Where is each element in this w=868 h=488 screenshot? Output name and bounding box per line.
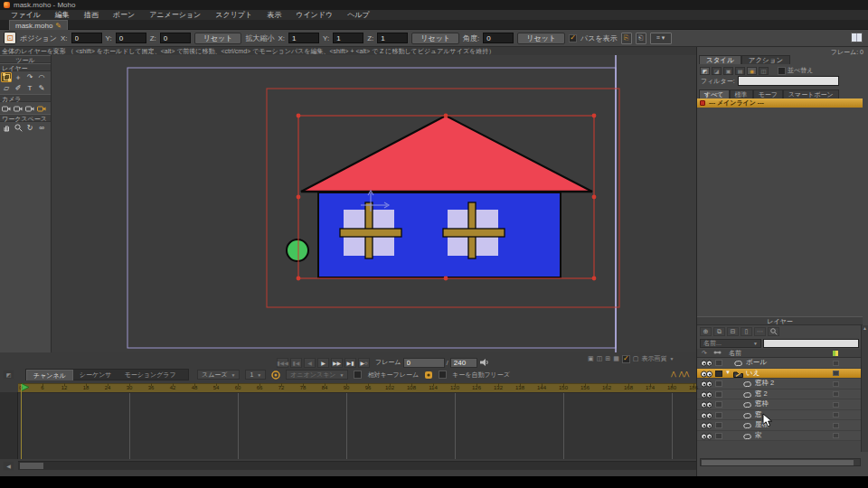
subtab-standard[interactable]: 標準 [730, 89, 753, 99]
layer-row-house-group[interactable]: ▼ いえ [697, 369, 863, 380]
left-window-horizontal-bar[interactable] [340, 229, 401, 237]
layer-select-swatch[interactable] [715, 371, 722, 377]
step-back-button[interactable]: ▮◀ [290, 358, 302, 368]
show-path-checkbox[interactable]: ✓ [569, 34, 577, 42]
current-frame-input[interactable] [403, 358, 445, 368]
layers-vertical-scrollbar[interactable]: ▲ [861, 325, 868, 452]
quality-checkbox[interactable]: ✓ [622, 355, 630, 363]
subtab-smartbone[interactable]: スマートボーン [783, 89, 839, 99]
layer-extra-swatch[interactable] [833, 381, 839, 387]
zoom-out-keys-icon[interactable]: ⋀ [671, 371, 676, 378]
pan-workspace-tool[interactable] [1, 123, 12, 133]
layer-extra-swatch[interactable] [833, 412, 839, 418]
fast-forward-button[interactable]: ▶▶ [331, 358, 343, 368]
shear-layer-tool[interactable]: ▱ [1, 83, 12, 93]
layer-search-button[interactable] [768, 327, 779, 336]
layer-select-swatch[interactable] [715, 391, 722, 398]
handle-bottom-right[interactable] [592, 277, 597, 281]
search-field-dropdown[interactable]: 名前... ▼ [700, 339, 761, 348]
pan-tilt-camera-tool[interactable] [36, 103, 47, 113]
draw-tool[interactable]: ✎ [36, 83, 47, 93]
layer-row-house-body[interactable]: 家 [697, 431, 863, 442]
layer-select-swatch[interactable] [715, 401, 722, 408]
scrollbar-thumb[interactable] [20, 463, 43, 469]
style-stroke-icon[interactable]: ◪ [712, 67, 722, 75]
view-split-icon[interactable]: ◫ [597, 355, 603, 362]
quality-frame-icon[interactable]: ▢ [633, 355, 639, 362]
visibility-eyes-icon[interactable] [701, 433, 712, 442]
layer-row-ball[interactable]: ボール [697, 358, 863, 369]
style-eraser-icon[interactable]: ◫ [759, 67, 769, 75]
visibility-eyes-icon[interactable] [701, 412, 712, 421]
menu-bone[interactable]: ボーン [106, 10, 142, 20]
tab-style[interactable]: スタイル [699, 55, 741, 64]
layer-select-swatch[interactable] [715, 433, 722, 439]
go-to-end-button[interactable]: ▶▮ [344, 358, 356, 368]
zoom-workspace-tool[interactable] [13, 123, 24, 133]
mainline-action-row[interactable]: --- メインライン --- [697, 99, 863, 108]
view-single-icon[interactable]: ▣ [588, 355, 594, 362]
text-tool[interactable]: T [24, 83, 35, 93]
visibility-eyes-icon[interactable] [701, 391, 712, 400]
handle-mid-right[interactable] [592, 195, 597, 200]
handle-top-left[interactable] [297, 114, 301, 118]
layer-select-swatch[interactable] [715, 422, 722, 428]
menu-animation[interactable]: アニメーション [142, 10, 208, 20]
visibility-eyes-icon[interactable] [701, 401, 712, 410]
layer-extra-swatch[interactable] [833, 423, 839, 428]
document-tab[interactable]: mask.moho ✎ [9, 20, 68, 30]
add-point-tool[interactable]: ＋ [13, 72, 24, 82]
timeline-corner-button[interactable]: ◩ [3, 370, 14, 380]
layer-extra-swatch[interactable] [833, 433, 839, 438]
angle-reset-button[interactable]: リセット [517, 33, 565, 44]
transform-layer-tool[interactable] [1, 72, 12, 82]
layer-extra-swatch[interactable] [833, 371, 839, 376]
sort-checkbox[interactable] [778, 67, 786, 75]
handle-bottom-center[interactable] [444, 277, 448, 281]
layer-select-swatch[interactable] [715, 360, 722, 366]
keyframe-icon[interactable] [271, 371, 280, 380]
layer-select-swatch[interactable] [715, 380, 722, 387]
menu-file[interactable]: ファイル [4, 10, 48, 20]
relative-keyframe-checkbox[interactable] [354, 371, 362, 379]
tool-presets-dropdown[interactable]: ≡ ▾ [650, 33, 672, 44]
position-z-input[interactable] [160, 33, 191, 43]
layers-horizontal-scrollbar[interactable] [700, 458, 861, 466]
timeline-tracks[interactable] [18, 392, 696, 459]
new-group-button[interactable]: ⊟ [727, 327, 739, 336]
menu-script[interactable]: スクリプト [208, 10, 259, 20]
interpolation-dropdown[interactable]: スムーズ▼ [197, 370, 240, 380]
layer-select-swatch[interactable] [715, 412, 722, 418]
layer-extra-swatch[interactable] [833, 391, 839, 397]
menu-help[interactable]: ヘルプ [340, 10, 377, 20]
duplicate-layer-button[interactable]: ⧉ [713, 327, 725, 336]
total-frames-input[interactable] [450, 358, 477, 368]
timeline-ruler[interactable]: 0612182430364248546066727884909610210811… [0, 383, 696, 392]
menu-edit[interactable]: 編集 [48, 10, 77, 20]
orbit-workspace-tool[interactable]: ∞ [36, 123, 47, 133]
scale-reset-button[interactable]: リセット [411, 33, 459, 44]
position-reset-button[interactable]: リセット [194, 33, 242, 44]
right-window-horizontal-bar[interactable] [443, 229, 505, 237]
style-swap-icon[interactable]: ▣ [723, 67, 733, 75]
delete-layer-button[interactable]: ▯ [741, 327, 752, 336]
more-options-button[interactable]: ⋯ [754, 327, 766, 336]
loop-button[interactable]: ▶○ [358, 358, 370, 368]
zoom-camera-tool[interactable] [13, 103, 24, 113]
chevron-down-icon[interactable]: ▼ [669, 356, 674, 361]
menu-window[interactable]: ウインドウ [288, 10, 340, 20]
flip-vertical-icon[interactable]: ⎗ [636, 33, 646, 44]
position-x-input[interactable] [71, 33, 102, 43]
layer-row-window[interactable]: 窓 [697, 410, 863, 421]
handle-bottom-left[interactable] [297, 277, 301, 281]
position-y-input[interactable] [116, 33, 146, 43]
play-button[interactable]: ▶ [317, 358, 329, 368]
canvas-viewport[interactable] [52, 55, 696, 352]
layer-row-window-2[interactable]: 窓 2 [697, 389, 863, 400]
scale-x-input[interactable] [288, 33, 319, 43]
layers-search-input[interactable] [763, 339, 859, 348]
timeline-scroll-left-button[interactable]: ◀ [3, 461, 14, 471]
subtab-all[interactable]: すべて [699, 89, 730, 99]
visibility-eyes-icon[interactable] [701, 380, 712, 389]
style-brush-icon[interactable]: ◉ [747, 67, 757, 75]
